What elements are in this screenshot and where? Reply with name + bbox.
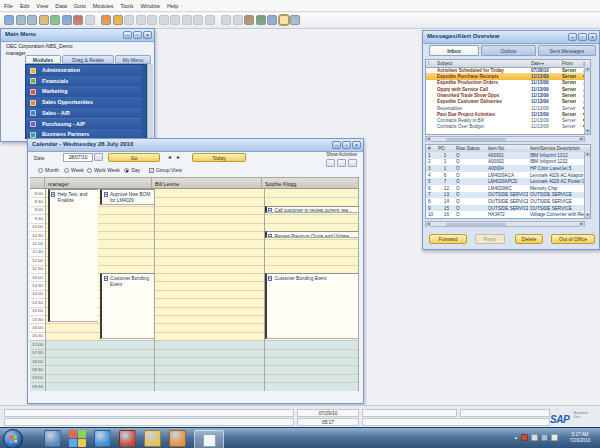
out-of-office-button[interactable]: Out of Office [551,234,595,244]
radio-month[interactable] [38,168,43,173]
po-link-cell[interactable]: → 1 [438,159,454,164]
detail-row[interactable]: 8→ 14OOUTSIDE SERVICEOUTSIDE SERVICE [426,198,584,205]
tab-inbox[interactable]: Inbox [429,45,479,56]
main-menu-titlebar[interactable]: Main Menu ─ ▫ × [1,29,154,42]
detail-row[interactable]: 2→ 1OA00002IBM Infoprint 1222 [426,159,584,166]
minimize-icon[interactable]: ─ [332,141,341,149]
scroll-left-icon[interactable]: ◄ [426,222,431,227]
promotion-icon[interactable] [101,15,111,25]
tab-drag-relate[interactable]: Drag & Relate [62,55,114,64]
send-message-icon[interactable] [39,15,49,25]
po-link-cell[interactable]: → 16 [438,212,454,217]
first-record-icon[interactable] [136,15,146,25]
file-new-icon[interactable] [4,15,14,25]
media-player-icon[interactable] [169,430,186,447]
calendar-grid[interactable]: 8:008:309:009:3010:0010:3011:0011:3012:0… [30,189,359,391]
go-button[interactable]: Go [108,153,160,162]
folder-icon[interactable] [144,430,161,447]
form-settings-icon[interactable] [205,15,215,25]
po-link-cell[interactable]: → 1 [438,153,454,158]
sap-business-one-icon[interactable] [194,430,224,448]
print-icon[interactable] [16,15,26,25]
tab-outbox[interactable]: Outbox [481,45,536,56]
messages-titlebar[interactable]: Messages/Alert Overview ─ ▫ × [423,31,599,44]
warning-icon[interactable] [113,15,123,25]
detail-row[interactable]: 9→ 15OOUTSIDE SERVICEOUTSIDE SERVICE [426,205,584,212]
export-word-icon[interactable] [62,15,72,25]
export-excel-icon[interactable] [50,15,60,25]
close-icon[interactable]: × [588,33,597,41]
calendar-titlebar[interactable]: Calendar - Wednesday 28 July 2010 ─ ▫ × [28,139,363,152]
today-button[interactable]: Today [192,153,246,162]
menu-modules[interactable]: Modules [93,3,114,9]
po-link-cell[interactable]: → 14 [438,199,454,204]
tab-my-menu[interactable]: My Menu [115,55,151,64]
scroll-down-icon[interactable]: ▼ [585,129,590,134]
link-icon[interactable] [221,15,231,25]
minimize-icon[interactable]: ─ [568,33,577,41]
maximize-icon[interactable]: ▫ [342,141,351,149]
show-activities-icon-3[interactable] [348,159,357,167]
po-link-cell[interactable]: → 15 [438,206,454,211]
main-menu-scrollbar[interactable] [147,64,153,139]
menu-goto[interactable]: Goto [74,3,86,9]
sync-icon[interactable] [531,434,538,441]
export-pdf-icon[interactable] [73,15,83,25]
scroll-up-icon[interactable]: ▲ [585,67,590,72]
start-button[interactable] [3,429,23,448]
scroll-right-icon[interactable]: ► [579,222,584,227]
scroll-left-icon[interactable]: ◄ [426,137,431,142]
group-view-checkbox[interactable]: ✓ [149,168,154,173]
detail-row[interactable]: 1→ 1OA00001IBM Infoprint 1312 [426,152,584,159]
calendar-event[interactable]: Help Test, and Finalize [48,189,98,322]
print-layout-icon[interactable] [267,15,277,25]
scroll-down-icon[interactable]: ▼ [585,213,590,218]
po-link-cell[interactable]: → 13 [438,192,454,197]
inbox-horizontal-scrollbar[interactable]: ◄ ► [425,136,585,142]
menu-help[interactable]: Help [167,3,178,9]
close-icon[interactable]: × [352,141,361,149]
forward-button[interactable]: Forward [429,234,467,244]
calendar-event[interactable]: Approve New BOM for LM4029 [100,189,154,205]
detail-horizontal-scrollbar[interactable]: ◄ ► [425,221,585,227]
scroll-up-icon[interactable]: ▲ [585,152,590,157]
network-icon[interactable] [541,434,548,441]
detail-row[interactable]: 7→ 13OOUTSIDE SERVICEOUTSIDE SERVICE [426,192,584,199]
detail-row[interactable]: 6→ 12OLM4029MCMemory Chip [426,185,584,192]
detail-row[interactable]: 4→ 6OLM4029ACALexmark 4029 AC Adaptor [426,172,584,179]
po-link-cell[interactable]: → 7 [438,179,454,184]
scrollbar-thumb[interactable] [446,138,506,141]
tab-sent-messages[interactable]: Sent Messages [538,45,596,56]
messages-alert-icon[interactable] [279,15,289,25]
windows-logo-icon[interactable] [69,430,86,447]
previous-day-icon[interactable]: ◄ [167,154,172,160]
menu-window[interactable]: Window [140,3,160,9]
calendar-event[interactable]: Review Previous Quote and Update [265,231,358,238]
inbox-vertical-scrollbar[interactable]: ▲ ▼ [584,67,590,134]
delete-button[interactable]: Delete [515,234,543,244]
radio-day[interactable] [124,168,129,173]
alert-shield-icon[interactable] [521,434,528,441]
po-link-cell[interactable]: → 1 [438,166,454,171]
scroll-right-icon[interactable]: ► [579,137,584,142]
maximize-icon[interactable]: ▫ [133,31,142,39]
po-link-cell[interactable]: → 12 [438,186,454,191]
search-tool-icon[interactable] [119,430,136,447]
refresh-icon[interactable] [233,15,243,25]
forward-icon[interactable] [256,15,266,25]
date-input[interactable]: 28/07/10 [63,153,93,162]
close-icon[interactable]: × [143,31,152,39]
menu-data[interactable]: Data [55,3,67,9]
menu-tools[interactable]: Tools [121,3,134,9]
inbox-row[interactable]: Contracts Over Budget11/13/09Server [426,124,584,130]
calendar-event[interactable]: Call customer to review current yea... [265,206,358,213]
next-day-icon[interactable]: ► [176,154,181,160]
help-icon[interactable] [290,15,300,25]
calendar-event[interactable]: Customer Bonding Event [100,273,154,339]
show-activities-icon-1[interactable] [326,159,335,167]
internet-explorer-icon[interactable] [94,430,111,447]
radio-week[interactable] [64,168,69,173]
minimize-icon[interactable]: ─ [123,31,132,39]
detail-row[interactable]: 5→ 7OLM4029APCDLexmark 4029 AC Power Cor [426,178,584,185]
scrollbar-thumb[interactable] [446,223,506,226]
